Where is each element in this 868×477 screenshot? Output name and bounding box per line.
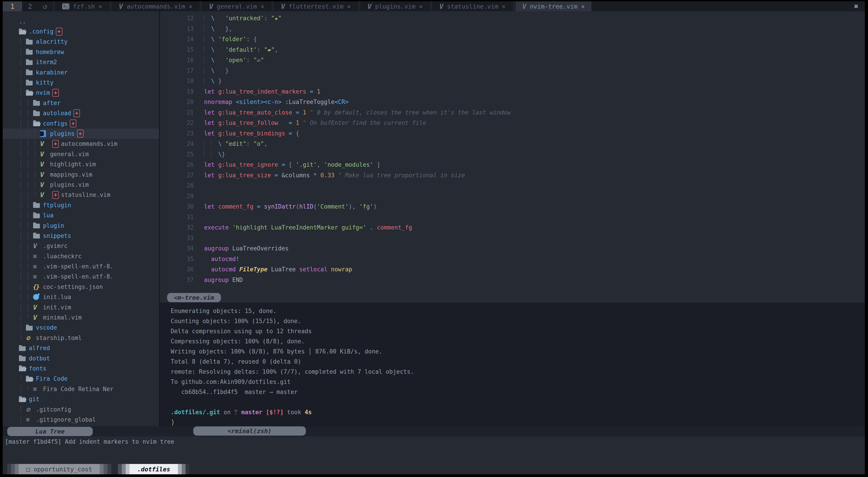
tab-autocommands.vim[interactable]: Vautocommands.vim× [112,1,199,11]
tmux-window-.dotfiles[interactable]: .dotfiles [118,464,189,474]
tree-label: alfred [29,345,50,351]
tree-row-configs[interactable]: │ │ configs+ [3,118,159,129]
code-editor[interactable]: 12▏ \ 'untracked': "★"13▏ \ },14▏ \ 'fol… [160,11,865,303]
tree-row-alfred[interactable]: alfred [3,343,159,353]
tree-row-iterm2[interactable]: │ iterm2 [3,57,159,67]
tree-row-autocommands.vim[interactable]: │ │ │ V+autocommands.vim [3,139,159,149]
tree-row-.config[interactable]: .config+ [3,26,159,36]
terminal-statusline-pill: <rminal(zsh) [193,427,306,436]
tree-row-minimal.vim[interactable]: │ └ Vminimal.vim [3,312,159,322]
screen: 12 ↺ >_fzf.sh×Vautocommands.vim×Vgeneral… [3,1,865,474]
folder-open-icon [26,90,36,96]
folder-open-icon [26,376,36,382]
tree-row-vscode[interactable]: │ vscode [3,322,159,333]
tree-row-dotbot[interactable]: dotbot [3,353,159,363]
tab-close-icon[interactable]: × [189,3,192,10]
line-number: 14 [160,36,194,42]
tree-row-mappings.vim[interactable]: │ │ │ Vmappings.vim [3,169,159,179]
buffer-statusline-pill: <m-tree.vim [167,293,221,302]
refresh-icon[interactable]: ↺ [38,1,52,11]
tree-row-.luacheckrc[interactable]: │ │ ≡.luacheckrc [3,251,159,261]
statusline-band: Lua Tree <rminal(zsh) [3,427,865,437]
tree-row-.gitconfig[interactable]: │ ⚙.gitconfig [3,404,159,414]
tree-row-ftplugin[interactable]: │ │ ftplugin [3,200,159,210]
text-file-icon: ≡ [33,385,43,393]
tree-row-Fira-Code[interactable]: └ Fira Code [3,374,159,384]
line-number: 29 [160,193,194,200]
tree-row-general.vim[interactable]: │ │ │ Vgeneral.vim [3,149,159,159]
folder-icon [26,80,36,86]
line-number: 33 [160,235,194,241]
code-line-23: 23let g:lua_tree_bindings = { [160,128,865,139]
tree-row-plugins.vim[interactable]: │ │ │ Vplugins.vim [3,179,159,190]
tab-fluttertest.vim[interactable]: Vfluttertest.vim× [274,1,358,11]
tree-row-git[interactable]: git [3,394,159,404]
code-line-17: 17▏ \ } [160,66,865,76]
folder-icon [33,202,43,208]
tree-row-plugin[interactable]: │ │ plugin [3,220,159,231]
gear-icon: ⚙ [26,334,36,342]
folder-icon [19,345,29,351]
folder-icon [33,100,43,106]
tab-nvim-tree.vim[interactable]: Vnvim-tree.vim× [516,1,592,11]
terminal-pane[interactable]: Enumerating objects: 15, done.Counting o… [160,303,865,427]
tree-row-coc-settings.json[interactable]: │ │ {}coc-settings.json [3,282,159,292]
line-number: 20 [160,99,194,105]
folder-icon [26,59,36,65]
right-column: 12▏ \ 'untracked': "★"13▏ \ },14▏ \ 'fol… [160,11,865,427]
tab-fzf.sh[interactable]: >_fzf.sh× [55,1,109,11]
tree-row-..[interactable]: .. [3,16,159,26]
tab-general.vim[interactable]: Vgeneral.vim× [202,1,271,11]
terminal-output-line: Counting objects: 100% (15/15), done. [171,316,865,326]
tree-label: plugin [43,222,64,229]
tree-label: .config [29,28,54,35]
tree-row-karabiner[interactable]: │ karabiner [3,67,159,77]
tree-row-lua[interactable]: │ │ lua [3,210,159,220]
tree-row-after[interactable]: │ │ after [3,98,159,108]
code-line-24: 24▏ ▏ \ "edit": "o", [160,139,865,149]
code-line-13: 13▏ \ }, [160,24,865,34]
tab-close-icon[interactable]: × [502,3,505,10]
tab-statusline.vim[interactable]: Vstatusline.vim× [433,1,513,11]
tree-row-autoload[interactable]: │ │ autoload+ [3,108,159,118]
tree-row-starship.toml[interactable]: └ ⚙starship.toml [3,333,159,343]
tab-close-icon[interactable]: × [260,3,264,10]
close-icon[interactable]: ✖ [854,1,865,11]
vim-icon: V [209,2,213,10]
tree-row-.vim-spell-en.utf-8.[interactable]: │ │ ≡.vim-spell-en.utf-8. [3,261,159,271]
tree-row-Fira-Code-Retina-Ner[interactable]: │ └ ≡Fira Code Retina Ner [3,384,159,394]
terminal-output-line: Compressing objects: 100% (8/8), done. [171,336,865,346]
terminal-output-line: Enumerating objects: 15, done. [171,306,865,316]
tree-row-highlight.vim[interactable]: │ │ │ Vhighlight.vim [3,159,159,169]
tree-row-snippets[interactable]: │ │ snippets [3,231,159,241]
code-line-15: 15▏ \ 'default': "▰", [160,44,865,55]
buffer-tabs: >_fzf.sh×Vautocommands.vim×Vgeneral.vim×… [52,1,591,11]
tree-row-plugins[interactable]: │ │ │ plugins+ [3,129,159,139]
line-number: 26 [160,161,194,168]
tree-row-.gvimrc[interactable]: │ │ V.gvimrc [3,241,159,251]
tree-row-alacritty[interactable]: │ alacritty [3,37,159,47]
tab-close-icon[interactable]: × [419,3,423,10]
tree-row-.gitignore-global[interactable]: │ ≡.gitignore_global [3,414,159,424]
tab-close-icon[interactable]: × [581,3,585,10]
tab-close-icon[interactable]: × [99,3,102,10]
tmux-window-number-2[interactable]: 2 [22,1,38,11]
terminal-output-line: Writing objects: 100% (8/8), 876 bytes │… [171,346,865,356]
tab-close-icon[interactable]: × [347,3,351,10]
tree-row-.vim-spell-en.utf-8.[interactable]: │ │ ≡.vim-spell-en.utf-8. [3,272,159,282]
terminal-output-line: remote: Resolving deltas: 100% (7/7), co… [171,367,865,377]
folder-icon [33,233,43,238]
tree-row-nvim[interactable]: │ nvim+ [3,88,159,98]
tree-row-kitty[interactable]: │ kitty [3,77,159,88]
tree-row-fonts[interactable]: fonts [3,363,159,374]
tmux-window-opportunity-cost[interactable]: □opportunity_cost [7,464,111,474]
folder-open-icon [19,29,29,34]
prompt-cursor-line[interactable]: ⟩ [171,417,865,427]
tree-row-init.vim[interactable]: │ │ Vinit.vim [3,302,159,312]
tree-row-init.lua[interactable]: │ │ init.lua [3,292,159,302]
tmux-window-number-1[interactable]: 1 [3,1,22,11]
tab-separator [430,1,432,11]
tree-row-homebrew[interactable]: │ homebrew [3,47,159,57]
tab-plugins.vim[interactable]: Vplugins.vim× [361,1,430,11]
tree-row-statusline.vim[interactable]: │ │ └ V+statusline.vim [3,190,159,200]
